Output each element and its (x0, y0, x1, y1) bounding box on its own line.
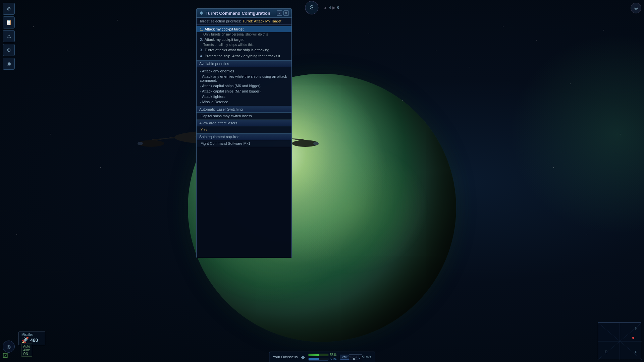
shield-fill (309, 358, 319, 360)
avail-item-4[interactable]: Attack capital ships (M7 and bigger) (197, 88, 291, 94)
auto-laser-header: Automatic Laser Switching (197, 106, 291, 113)
dialog-icon: ❖ (199, 10, 204, 16)
nav-icon: ⊕ (7, 47, 11, 53)
priority-num-3: 3. (200, 48, 203, 52)
avail-item-6[interactable]: Missile Defence (197, 99, 291, 105)
speed-label: 51m/s (362, 355, 371, 359)
avail-item-5[interactable]: Attack fighters (197, 94, 291, 99)
nav-bar-separator: ● (359, 357, 360, 360)
alert-button[interactable]: ⚠ (3, 30, 15, 42)
auto-aim-label: Auto Aim: ON (21, 344, 32, 357)
priority-item-1[interactable]: 1. Attack my cockpit target (197, 26, 291, 32)
priority-text-1: Attack my cockpit target (205, 27, 244, 31)
priority-num-4: 4. (200, 54, 203, 58)
available-priorities-list: Attack any enemies Attack any enemies wh… (197, 67, 291, 106)
compass-svg: 5 G (598, 323, 642, 360)
nav-arrows: ▲ 4 ▶ 8 (323, 5, 339, 10)
nav-diamond-icon: ◆ (301, 354, 305, 360)
health-bar (308, 354, 328, 356)
hud-tiny-icon[interactable]: ◎ (3, 341, 15, 353)
available-priorities-header: Available priorities (197, 60, 291, 67)
priority-sub-2: Turrets on all my ships will do this. (197, 43, 291, 47)
ship-icon-top: S (305, 1, 318, 14)
missiles-panel: Missiles 🚀 460 (18, 331, 45, 345)
shield-bar (308, 358, 328, 361)
comm-icon: ◉ (7, 61, 11, 67)
target-selection-value[interactable]: Turret: Attack My Target (243, 19, 281, 23)
close-button[interactable]: × (283, 10, 289, 16)
avail-item-1[interactable]: Attack any enemies (197, 68, 291, 74)
arrow-up: ▲ (323, 5, 327, 10)
circle-icon: ◎ (634, 6, 638, 10)
hud-circle-button[interactable]: ◎ (631, 3, 641, 13)
hud-top-center: S ▲ 4 ▶ 8 (304, 0, 340, 15)
nebula-effect (510, 34, 644, 235)
nav-bar-e-btn[interactable]: E (351, 356, 357, 361)
dialog-controls: « × (277, 10, 289, 16)
priority-item-4[interactable]: 4. Protect the ship. Attack anything tha… (197, 53, 291, 59)
turret-command-dialog: ❖ Turret Command Configuration « × Targe… (196, 8, 292, 258)
nav-label: 4 (329, 5, 331, 10)
svg-point-14 (632, 337, 634, 339)
priority-item-3[interactable]: 3. Turret attacks what the ship is attac… (197, 47, 291, 53)
nav-e-label: E (605, 350, 607, 354)
priority-num-2: 2. (200, 38, 203, 42)
active-priority-list: 1. Attack my cockpit target Only turrets… (197, 25, 291, 60)
health-pct-label: 53% (330, 353, 336, 357)
bottom-left-panel: Missiles 🚀 460 (18, 331, 45, 345)
ship-name-label: Your Odysseus (273, 355, 298, 359)
area-lasers-header: Allow area effect lasers (197, 120, 291, 126)
dialog-title-group: ❖ Turret Command Configuration (199, 10, 270, 16)
auto-laser-value[interactable]: Capital ships may switch lasers (197, 113, 291, 120)
arrow-marker: ▶ (332, 5, 335, 10)
compass-lines: 5 G E (598, 323, 641, 359)
check-icon[interactable]: ☑ (3, 352, 8, 359)
priority-sub-1: Only turrets on my personal ship will do… (197, 32, 291, 37)
tiny-icon-symbol: ◎ (7, 344, 11, 349)
health-group: 53% (308, 353, 336, 357)
svg-text:5: 5 (635, 327, 637, 330)
hud-top-right: ◎ (631, 3, 641, 13)
dialog-empty-area (197, 147, 291, 258)
priority-num-1: 1. (200, 27, 203, 31)
priority-text-2: Attack my cockpit target (205, 38, 244, 42)
health-shields-group: 53% 53% (308, 353, 336, 361)
comm-button[interactable]: ◉ (3, 58, 15, 70)
map-button[interactable]: ⊕ (3, 3, 15, 15)
target-selection-label: Target selection priorities: (199, 19, 241, 23)
dialog-titlebar: ❖ Turret Command Configuration « × (197, 9, 291, 18)
missile-count-value: 460 (30, 338, 38, 343)
target-selection-row: Target selection priorities: Turret: Att… (197, 18, 291, 25)
minimize-button[interactable]: « (277, 10, 282, 16)
shield-group: 53% (308, 357, 336, 361)
missile-icon: 🚀 (21, 337, 29, 344)
dialog-body: Target selection priorities: Turret: Att… (197, 18, 291, 258)
shield-pct-label: 53% (330, 357, 336, 361)
svg-point-4 (313, 142, 319, 145)
nav-button[interactable]: ⊕ (3, 44, 15, 56)
priority-text-3: Turret attacks what the ship is attackin… (205, 48, 269, 52)
ship-equipment-value: Fight Command Software Mk1 (197, 140, 291, 147)
hud-sidebar: ⊕ 📋 ⚠ ⊕ ◉ (3, 3, 15, 70)
minimap-compass: 5 G E (598, 322, 641, 359)
check-button-area: ☑ (3, 352, 8, 359)
svg-point-3 (138, 142, 143, 145)
missiles-label: Missiles (21, 333, 42, 337)
ship-equipment-header: Ship equipment required (197, 133, 291, 140)
nav-number: 8 (337, 5, 339, 10)
dialog-title: Turret Command Configuration (206, 11, 270, 16)
avail-item-2[interactable]: Attack any enemies while the ship is usi… (197, 74, 291, 83)
map-icon: ⊕ (7, 6, 11, 12)
alert-icon: ⚠ (7, 33, 11, 39)
health-fill (309, 354, 319, 356)
nav-bar-bottom: E ● (349, 354, 362, 362)
area-lasers-value[interactable]: Yes (197, 126, 291, 133)
priority-item-2[interactable]: 2. Attack my cockpit target (197, 37, 291, 43)
avail-item-3[interactable]: Attack capital ships (M6 and bigger) (197, 83, 291, 88)
log-button[interactable]: 📋 (3, 16, 15, 28)
svg-text:G: G (635, 350, 637, 354)
missile-count-row: 🚀 460 (21, 337, 42, 344)
log-icon: 📋 (6, 19, 12, 25)
priority-text-4: Protect the ship. Attack anything that a… (205, 54, 281, 58)
